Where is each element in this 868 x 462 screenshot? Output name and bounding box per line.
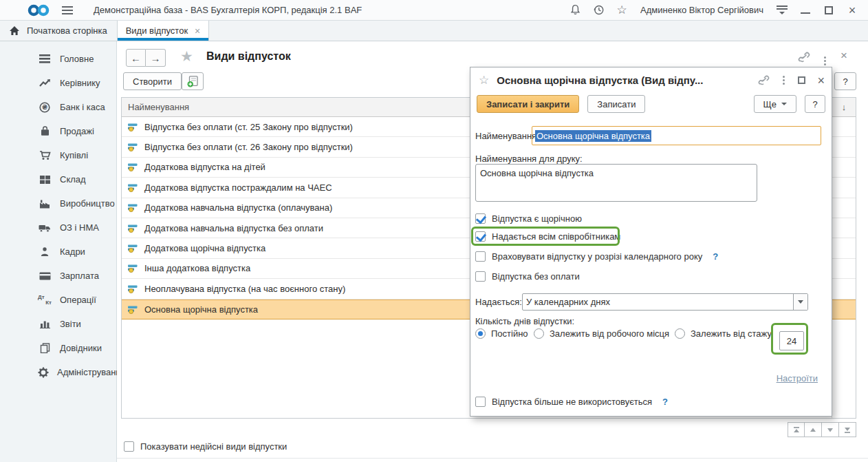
sidebar-item-kerivnyku[interactable]: Керівнику — [0, 71, 116, 95]
sidebar-item-dovidnyky[interactable]: Довідники — [0, 336, 116, 360]
days-count-label: Кількість днів відпустки: — [475, 316, 574, 326]
save-and-close-button[interactable]: Записати і закрити — [477, 95, 579, 113]
go-down-button[interactable] — [822, 422, 839, 437]
bank-card-icon — [38, 271, 52, 282]
bar-chart-icon — [38, 319, 52, 330]
form-close-icon[interactable]: × — [840, 49, 847, 63]
hryvnia-coin-icon: ₴ — [38, 102, 52, 113]
sidebar-item-holovne[interactable]: Головне — [0, 47, 116, 71]
provided-field-label: Надається: — [475, 297, 522, 307]
option-depends-seniority[interactable]: Залежить від стажу — [675, 328, 772, 339]
list-navigation-buttons — [788, 422, 856, 437]
current-user-name[interactable]: Админенко Віктор Сергійович — [640, 5, 763, 15]
depends-seniority-radio[interactable] — [675, 328, 685, 339]
sidebar-item-sklad[interactable]: Склад — [0, 167, 116, 191]
catalog-item-icon — [128, 143, 138, 151]
option-depends-workplace[interactable]: Залежить від робочого місця — [534, 328, 669, 339]
favorites-star-icon[interactable]: ☆ — [613, 2, 631, 19]
print-name-textarea[interactable]: Основна щорічна відпустка — [475, 164, 757, 202]
not-used-checkbox[interactable] — [475, 397, 486, 407]
name-input[interactable]: Основна щорічна відпустка — [532, 126, 821, 145]
calendar-year-checkbox[interactable] — [475, 251, 486, 262]
dialog-title: Основна щорічна відпустка (Вид відпу... — [497, 74, 752, 86]
constant-radio[interactable] — [475, 328, 486, 339]
dialog-get-link-icon[interactable] — [758, 74, 770, 86]
top-bar: Демонстраційна база - BAS Бухгалтерія КО… — [0, 0, 868, 21]
history-icon[interactable] — [589, 2, 607, 19]
combo-dropdown-icon[interactable] — [793, 294, 807, 310]
service-menu-icon[interactable] — [773, 2, 791, 19]
dialog-close-icon[interactable]: × — [817, 74, 825, 87]
sidebar-item-kadry[interactable]: Кадри — [0, 240, 116, 264]
unpaid-vacation-label: Відпустка без оплати — [492, 271, 580, 282]
configure-link[interactable]: Настроїти — [777, 373, 818, 384]
save-button[interactable]: Записати — [587, 95, 645, 113]
annual-vacation-row: Відпустка є щорічною — [475, 213, 582, 224]
calendar-year-hint-link[interactable]: ? — [713, 251, 718, 262]
tab-close-icon[interactable]: × — [195, 26, 200, 36]
sidebar-item-bank-kasa[interactable]: ₴ Банк і каса — [0, 95, 116, 119]
forward-button[interactable]: → — [146, 49, 166, 67]
app-title: Демонстраційна база - BAS Бухгалтерія КО… — [94, 5, 362, 15]
sidebar-item-prodazhi[interactable]: Продажі — [0, 119, 116, 143]
main-menu-icon[interactable] — [62, 6, 73, 14]
catalog-item-icon — [128, 123, 138, 132]
provided-combo[interactable]: У календарних днях — [522, 293, 808, 311]
bottom-divider — [117, 458, 868, 459]
catalog-item-icon — [128, 284, 138, 293]
tab-home[interactable]: Початкова сторінка — [0, 21, 117, 41]
application-window: Демонстраційна база - BAS Бухгалтерія КО… — [0, 0, 868, 462]
days-count-input[interactable]: 24 — [779, 331, 804, 350]
dialog-kebab-icon[interactable] — [781, 74, 786, 86]
catalog-item-icon — [128, 224, 138, 233]
go-last-button[interactable] — [839, 422, 856, 437]
show-invalid-types-label: Показувати недійсні види відпустки — [140, 441, 287, 452]
go-up-button[interactable] — [805, 422, 822, 437]
back-button[interactable]: ← — [126, 49, 146, 67]
more-button[interactable]: Ще — [754, 95, 796, 113]
sort-direction-indicator[interactable]: ↓ — [832, 102, 856, 112]
sidebar-item-operatsii[interactable]: Дт Кт Операції — [0, 288, 116, 312]
show-invalid-types-checkbox[interactable] — [124, 441, 134, 452]
calendar-year-row: Враховувати відпустку у розрізі календар… — [475, 251, 718, 262]
favorite-star-icon[interactable]: ★ — [180, 48, 193, 65]
name-input-selected-text: Основна щорічна відпустка — [535, 130, 651, 142]
sidebar-item-zvity[interactable]: Звіти — [0, 312, 116, 336]
sidebar-item-administruvannia[interactable]: Адміністрування — [0, 360, 116, 384]
sidebar-item-kupivli[interactable]: Купівлі — [0, 143, 116, 167]
tab-label: Види відпусток — [126, 25, 188, 36]
vacation-type-dialog: ☆ Основна щорічна відпустка (Вид відпу..… — [470, 67, 832, 417]
sidebar-item-zarplata[interactable]: Зарплата — [0, 264, 116, 288]
sidebar-item-vyrobnytstvo[interactable]: Виробництво — [0, 191, 116, 216]
dialog-help-button[interactable]: ? — [805, 95, 825, 113]
truck-icon — [38, 222, 52, 233]
window-close-icon[interactable]: × — [843, 2, 861, 19]
dt-kt-icon: Дт Кт — [38, 295, 52, 306]
depends-workplace-radio[interactable] — [534, 328, 544, 339]
name-field-label: Найменування: — [475, 131, 539, 141]
option-constant[interactable]: Постійно — [475, 328, 528, 339]
notifications-bell-icon[interactable] — [566, 2, 584, 19]
annual-vacation-checkbox[interactable] — [475, 213, 486, 224]
help-button[interactable]: ? — [834, 72, 856, 90]
go-first-button[interactable] — [788, 422, 805, 437]
catalog-item-icon — [128, 305, 138, 314]
dialog-favorite-star-icon[interactable]: ☆ — [479, 73, 489, 87]
person-icon — [38, 246, 52, 258]
more-actions-kebab-icon[interactable] — [823, 50, 827, 67]
create-group-button[interactable] — [182, 72, 204, 90]
get-link-icon[interactable] — [798, 51, 810, 63]
all-employees-checkbox[interactable] — [475, 231, 486, 242]
unpaid-vacation-checkbox[interactable] — [475, 271, 486, 282]
window-minimize-icon[interactable] — [796, 2, 814, 19]
top-bar-actions: ☆ Админенко Віктор Сергійович × — [566, 2, 868, 19]
page-title: Види відпусток — [206, 50, 291, 63]
create-button[interactable]: Створити — [123, 72, 182, 90]
window-maximize-icon[interactable] — [820, 2, 838, 19]
dialog-maximize-icon[interactable] — [798, 76, 805, 84]
annual-vacation-label: Відпустка є щорічною — [492, 213, 582, 224]
tab-vacation-types[interactable]: Види відпусток × — [117, 21, 210, 41]
not-used-hint-link[interactable]: ? — [662, 397, 668, 407]
sidebar-item-oz-nma[interactable]: ОЗ і НМА — [0, 216, 116, 240]
dialog-button-row: Записати і закрити Записати Ще ? — [470, 93, 832, 113]
